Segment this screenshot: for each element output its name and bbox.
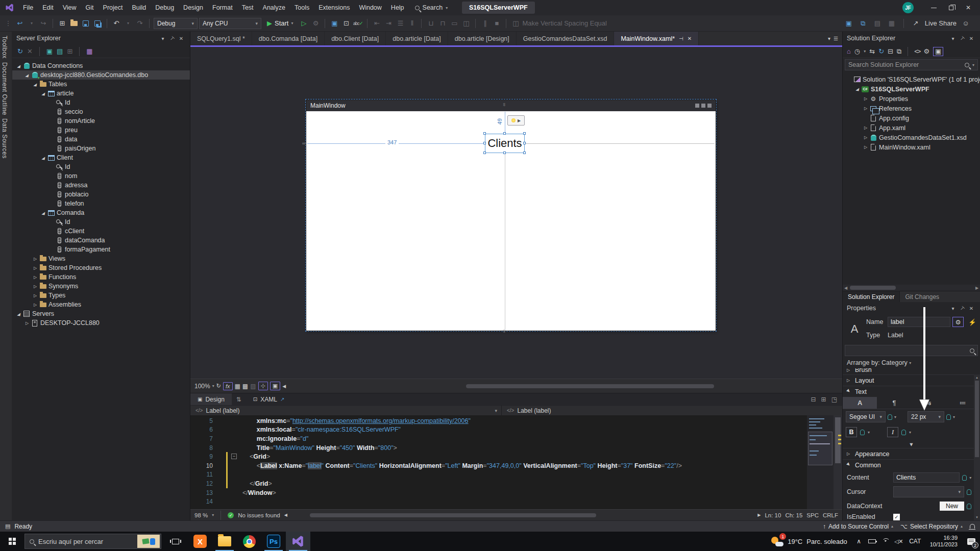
collapse-all-button[interactable]: ⊟ <box>888 47 893 55</box>
section-appearance[interactable]: ▷Appearance <box>843 448 980 459</box>
search-menu[interactable]: Search ▾ <box>409 4 454 11</box>
refresh-designer-button[interactable]: ↻ <box>216 383 221 389</box>
tree-item[interactable]: ▷Assemblies <box>12 300 190 309</box>
design-view-tab[interactable]: ▣ Design <box>190 393 232 405</box>
refresh-button[interactable]: ↻ <box>878 47 884 55</box>
navigate-back-dropdown[interactable]: ▾ <box>27 18 37 29</box>
pane-menu-icon[interactable]: ▾ <box>948 306 958 311</box>
connect-database-button[interactable]: ▣ <box>46 47 53 55</box>
bookmark-next-button[interactable]: ▭ <box>449 18 459 29</box>
restore-button[interactable] <box>942 0 960 15</box>
line-ending-indicator[interactable]: CRLF <box>823 512 838 518</box>
stop-refresh-button[interactable]: ✕ <box>27 47 33 55</box>
wifi-icon[interactable] <box>879 532 892 551</box>
code-line[interactable]: 8 Title="MainWindow" Height="450" Width=… <box>190 443 842 453</box>
code-line[interactable]: 11 <box>190 470 842 480</box>
document-tab[interactable]: SQLQuery1.sql * <box>190 32 252 45</box>
binding-icon[interactable] <box>967 504 971 509</box>
expand-closed-icon[interactable]: ▷ <box>32 293 39 298</box>
menu-analyze[interactable]: Analyze <box>258 0 290 15</box>
paragraph-tab[interactable]: ¶ <box>877 397 911 409</box>
start-without-debug-button[interactable]: ▷ <box>299 18 309 29</box>
xaml-code-editor[interactable]: 5 xmlns:mc="http://schemas.openxmlformat… <box>190 415 842 509</box>
binding-icon[interactable] <box>860 430 865 435</box>
align-centers-button[interactable]: ⫴ <box>407 18 417 29</box>
align-right-edges-button[interactable]: ⇥ <box>383 18 394 29</box>
avatar[interactable]: JF <box>902 2 914 13</box>
view-code-button[interactable]: <> <box>914 47 920 55</box>
zoom-dropdown-icon[interactable]: ▾ <box>212 384 214 388</box>
start-debug-button[interactable]: ▶ Start ▾ <box>263 18 297 29</box>
resize-handle[interactable] <box>483 132 486 135</box>
section-layout[interactable]: ▷Layout <box>843 374 980 386</box>
tree-item[interactable]: ▷Types <box>12 291 190 300</box>
top-anchor-icon[interactable]: ∞ <box>502 103 507 106</box>
tree-item[interactable]: ▷⚙Properties <box>843 94 980 104</box>
zoom-level[interactable]: 100% <box>194 383 210 390</box>
bottom-anchor-icon[interactable]: ∞ <box>502 330 507 333</box>
arrange-by[interactable]: Arrange by: Category ▾ <box>843 357 980 368</box>
breadcrumb-right[interactable]: </> Label (label) <box>502 406 556 415</box>
start-button[interactable] <box>0 532 24 551</box>
menu-tools[interactable]: Tools <box>290 0 314 15</box>
keyboard-language[interactable]: CAT <box>905 532 925 551</box>
solution-platform-select[interactable]: Any CPU▾ <box>199 18 261 29</box>
close-icon[interactable]: ✕ <box>688 36 692 41</box>
show-grid-button[interactable]: ▦ <box>235 383 240 390</box>
volume-muted-icon[interactable]: ◁✕ <box>892 532 905 551</box>
tree-item[interactable]: Id <box>12 98 190 107</box>
section-text[interactable]: ▶Text <box>843 386 980 397</box>
horizontal-split-button[interactable]: ⊟ <box>811 396 816 403</box>
designer-horizontal-scrollbar[interactable] <box>293 383 833 389</box>
clock[interactable]: 16:39 10/11/2023 <box>925 535 963 548</box>
expand-closed-icon[interactable]: ▷ <box>862 126 869 130</box>
tree-item[interactable]: ▷Synonyms <box>12 282 190 291</box>
show-hidden-icons-button[interactable]: ∧ <box>852 532 866 551</box>
taskbar-app-task-view[interactable] <box>163 532 188 551</box>
close-icon[interactable]: ✕ <box>177 36 186 41</box>
window-layout-button[interactable]: ⊡ <box>341 18 351 29</box>
battery-icon[interactable] <box>866 532 879 551</box>
open-file-button[interactable] <box>69 18 79 29</box>
properties-search-box[interactable] <box>845 345 978 356</box>
pin-icon[interactable]: ⊤ <box>678 36 684 41</box>
tree-item[interactable]: data <box>12 135 190 144</box>
spacing-tab[interactable]: ⇆ <box>912 397 946 409</box>
popout-icon[interactable]: ↗ <box>280 396 284 402</box>
tree-item[interactable]: Solution 'S16SQLServerWPF' (1 of 1 proje… <box>843 74 980 84</box>
fold-toggle[interactable]: − <box>231 454 237 459</box>
tree-item[interactable]: ◢Comanda <box>12 208 190 217</box>
scroll-right-icon[interactable]: ▶ <box>757 513 761 517</box>
expand-pane-button[interactable]: ◳ <box>831 396 837 403</box>
issues-status-label[interactable]: No issues found <box>238 512 280 518</box>
document-tab[interactable]: MainWindow.xaml*⊤✕ <box>614 32 699 45</box>
new-project-button[interactable]: ⊞ <box>57 18 67 29</box>
vertical-spacing-label[interactable]: Make Vertical Spacing Equal <box>522 19 606 27</box>
font-size-select[interactable]: 22 px▾ <box>908 411 944 422</box>
editor-horizontal-scrollbar[interactable] <box>291 512 753 518</box>
undo-dropdown[interactable]: ▾ <box>123 18 133 29</box>
profiler-button[interactable]: ⚙ <box>310 18 321 29</box>
menu-project[interactable]: Project <box>99 0 128 15</box>
code-line[interactable]: 5 xmlns:mc="http://schemas.openxmlformat… <box>190 416 842 425</box>
chevron-down-icon[interactable]: ▾ <box>212 513 214 517</box>
tree-item[interactable]: ▷DESKTOP-JCCL880 <box>12 318 190 328</box>
add-connection-button[interactable]: ⊞ <box>67 47 72 55</box>
sql-diagram-button[interactable]: ▦ <box>86 47 92 55</box>
minimap-scrollbar[interactable] <box>807 415 834 509</box>
expand-open-icon[interactable]: ◢ <box>15 63 22 68</box>
notifications-bell-icon[interactable] <box>970 524 975 529</box>
expand-closed-icon[interactable]: ▷ <box>32 284 39 289</box>
menu-git[interactable]: Git <box>81 0 99 15</box>
font-family-select[interactable]: Segoe UI▾ <box>846 411 886 422</box>
show-annotations-toggle[interactable]: ▣ <box>270 382 280 390</box>
tree-item[interactable]: ◢C#S16SQLServerWPF <box>843 84 980 94</box>
snap-grid-button[interactable]: ▩ <box>242 383 248 390</box>
active-files-dropdown[interactable]: ▾ <box>828 36 830 41</box>
table-view-button[interactable]: ▦ <box>887 18 897 29</box>
document-tab[interactable]: GestioComandesDataSet.xsd <box>517 32 615 45</box>
pending-changes-filter-button[interactable]: ◷ <box>854 47 860 55</box>
tree-item[interactable]: preu <box>12 126 190 135</box>
menu-format[interactable]: Format <box>208 0 237 15</box>
tab-git-changes[interactable]: Git Changes <box>900 291 944 302</box>
